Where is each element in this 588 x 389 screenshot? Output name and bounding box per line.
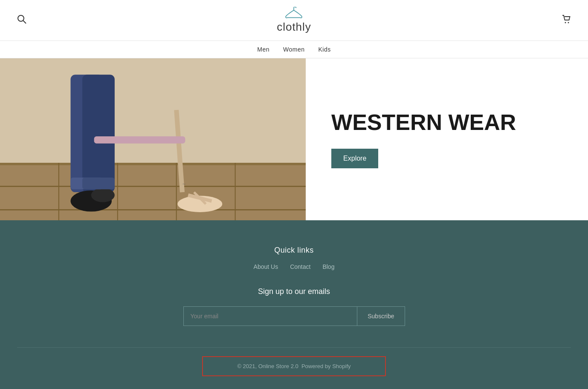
svg-rect-6	[0, 163, 306, 165]
search-button[interactable]	[17, 14, 26, 26]
explore-button[interactable]: Explore	[331, 149, 378, 168]
email-signup-section: Sign up to our emails Subscribe	[17, 287, 571, 326]
nav-women[interactable]: Women	[283, 46, 304, 53]
email-heading: Sign up to our emails	[17, 287, 571, 296]
footer-link-about[interactable]: About Us	[254, 263, 278, 270]
hero-content: WESTERN WEAR Explore	[306, 58, 588, 220]
svg-text:~: ~	[182, 181, 185, 187]
svg-point-19	[91, 188, 115, 202]
hero-image: ~	[0, 58, 306, 220]
nav-men[interactable]: Men	[257, 46, 269, 53]
svg-point-2	[565, 22, 566, 23]
svg-rect-21	[82, 178, 115, 190]
footer-link-blog[interactable]: Blog	[322, 263, 334, 270]
powered-by-shopify[interactable]: Powered by Shopify	[301, 363, 351, 369]
svg-point-3	[568, 22, 569, 23]
footer-links: About Us Contact Blog	[17, 263, 571, 270]
copyright-text: © 2021, Online Store 2.0 Powered by Shop…	[202, 356, 385, 376]
site-header: clothly Men Women Kids	[0, 0, 588, 58]
main-navigation: Men Women Kids	[0, 41, 588, 58]
cart-button[interactable]	[562, 14, 571, 26]
quick-links-heading: Quick links	[17, 246, 571, 255]
nav-kids[interactable]: Kids	[318, 46, 330, 53]
svg-rect-17	[82, 75, 115, 192]
subscribe-button[interactable]: Subscribe	[357, 306, 405, 326]
email-input[interactable]	[183, 306, 358, 326]
email-form: Subscribe	[183, 306, 405, 326]
footer-bottom: © 2021, Online Store 2.0 Powered by Shop…	[17, 347, 571, 385]
payment-icons: AMEX Pay discover G Pay	[17, 385, 571, 389]
svg-line-1	[23, 21, 26, 24]
logo[interactable]: clothly	[277, 7, 311, 34]
svg-rect-5	[0, 163, 306, 220]
footer-link-contact[interactable]: Contact	[290, 263, 310, 270]
site-footer: Quick links About Us Contact Blog Sign u…	[0, 220, 588, 389]
svg-rect-26	[94, 136, 185, 144]
hero-section: ~ WESTERN WEAR Explore	[0, 58, 588, 220]
quick-links-section: Quick links About Us Contact Blog	[17, 246, 571, 270]
logo-text: clothly	[277, 20, 311, 34]
svg-point-0	[18, 15, 24, 21]
hero-title: WESTERN WEAR	[331, 110, 562, 135]
